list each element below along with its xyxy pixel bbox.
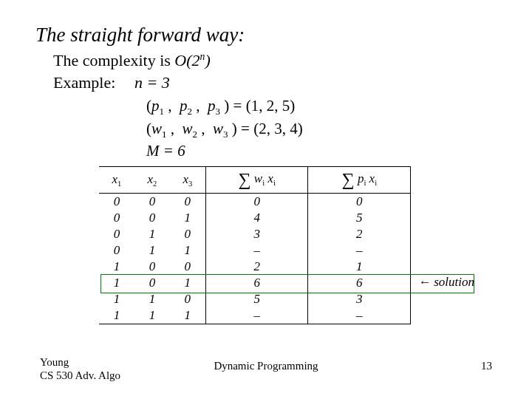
- table-cell: 0: [205, 193, 308, 210]
- table-cell: 1: [99, 291, 134, 307]
- n-equals: n = 3: [134, 73, 170, 92]
- table-cell: 1: [99, 259, 134, 275]
- table-cell-spacer: [411, 259, 476, 275]
- complexity-prefix: The complexity is: [53, 51, 174, 69]
- table-cell: –: [308, 242, 411, 259]
- table-cell: 1: [99, 307, 134, 324]
- col-sum-w: ∑ wi xi: [205, 166, 308, 193]
- table-cell: 0: [308, 193, 411, 210]
- table-cell: 0: [170, 291, 205, 307]
- table-cell: 3: [308, 291, 411, 307]
- p-tuple: (p1 , p2 , p3 ) = (1, 2, 5): [146, 97, 497, 117]
- table-cell: 1: [134, 226, 170, 242]
- w-tuple: (w1 , w2 , w3 ) = (2, 3, 4): [146, 120, 497, 140]
- table-cell-spacer: [411, 193, 476, 210]
- table-cell: 0: [99, 193, 134, 210]
- table-cell-spacer: [411, 291, 476, 307]
- table-cell: –: [308, 307, 411, 324]
- table-cell-spacer: [411, 242, 476, 259]
- table-cell: 0: [170, 259, 205, 275]
- table-cell: –: [205, 307, 308, 324]
- table-cell: 0: [170, 193, 205, 210]
- table-cell-spacer: [411, 226, 476, 242]
- table-cell: 0: [134, 275, 170, 291]
- footer-page-number: 13: [481, 360, 492, 372]
- slide-heading: The straight forward way:: [35, 24, 497, 47]
- table-cell: 1: [134, 242, 170, 259]
- complexity-line: The complexity is O(2n): [53, 51, 497, 70]
- table-cell: 0: [134, 193, 170, 210]
- table-cell: 1: [134, 307, 170, 324]
- table-cell: 1: [170, 210, 205, 226]
- table-cell: 5: [205, 291, 308, 307]
- col-x2: x2: [134, 166, 170, 193]
- table-cell: 1: [99, 275, 134, 291]
- example-label: Example:: [53, 73, 134, 92]
- table-cell: 0: [134, 210, 170, 226]
- col-spacer: [411, 166, 476, 193]
- table-cell: 0: [99, 210, 134, 226]
- col-sum-p: ∑ pi xi: [308, 166, 411, 193]
- table-row: 111––: [99, 307, 476, 324]
- table-cell: 0: [99, 242, 134, 259]
- table-cell: 2: [308, 226, 411, 242]
- table-cell: 1: [170, 242, 205, 259]
- solution-label: ← solution: [418, 275, 474, 290]
- enumeration-table: x1 x2 x3 ∑ wi xi ∑ pi xi 000000014501032…: [99, 166, 476, 324]
- table-row: 11053: [99, 291, 476, 307]
- table-cell: 5: [308, 210, 411, 226]
- table-row: 011––: [99, 242, 476, 259]
- complexity-close: ): [205, 51, 210, 69]
- table-cell: 1: [308, 259, 411, 275]
- footer-title: Dynamic Programming: [0, 360, 532, 372]
- table-cell: 1: [170, 307, 205, 324]
- table-cell-spacer: [411, 210, 476, 226]
- table-header-row: x1 x2 x3 ∑ wi xi ∑ pi xi: [99, 166, 476, 193]
- table-cell: 3: [205, 226, 308, 242]
- table-cell: 6: [205, 275, 308, 291]
- col-x3: x3: [170, 166, 205, 193]
- table-cell: 4: [205, 210, 308, 226]
- table-cell: 0: [99, 226, 134, 242]
- col-x1: x1: [99, 166, 134, 193]
- table-cell: 6: [308, 275, 411, 291]
- table-row: 10021: [99, 259, 476, 275]
- table-row: 00145: [99, 210, 476, 226]
- M-equals: M = 6: [146, 142, 497, 160]
- table-row: 00000: [99, 193, 476, 210]
- table-row: 01032: [99, 226, 476, 242]
- table-cell: –: [205, 242, 308, 259]
- table-cell-spacer: [411, 307, 476, 324]
- table-cell: 0: [170, 226, 205, 242]
- table-cell: 1: [170, 275, 205, 291]
- table-cell: 1: [134, 291, 170, 307]
- table-cell: 0: [134, 259, 170, 275]
- math-block: (p1 , p2 , p3 ) = (1, 2, 5) (w1 , w2 , w…: [146, 97, 497, 160]
- complexity-O: O(2: [174, 51, 200, 69]
- table-cell: 2: [205, 259, 308, 275]
